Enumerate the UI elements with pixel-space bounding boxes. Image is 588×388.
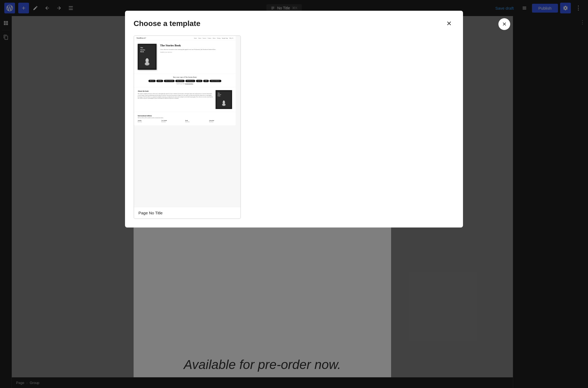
mini-book-cover-inner: TheStoriesBook [139, 45, 156, 69]
buy-btn-apple: Apple Books [175, 80, 185, 82]
mini-nav-logo: WordPress 6.7 [137, 37, 146, 39]
mini-bust-svg [144, 57, 150, 67]
modal-title: Choose a template [134, 19, 200, 28]
template-preview: WordPress 6.7 About About Careers Contac… [134, 36, 240, 207]
nav-link-about2: About [198, 38, 201, 39]
mini-hero-text: The Stories Book A fine collection of mo… [160, 44, 232, 53]
template-card[interactable]: WordPress 6.7 About About Careers Contac… [134, 35, 241, 219]
svg-rect-7 [223, 104, 225, 106]
mini-about-book-title: TheStoriesBook [218, 92, 221, 96]
mini-about-bust-svg [221, 100, 226, 107]
template-chooser-modal: Choose a template ✕ WordPress 6.7 About … [125, 11, 463, 227]
mini-hero: TheStoriesBook [134, 40, 236, 73]
mini-about-book: TheStoriesBook [216, 90, 232, 109]
mini-hero-availability: Available for pre-order now. [160, 52, 232, 53]
buy-btn-amazon: Amazon [148, 80, 156, 82]
intl-editions-link: international editions [185, 83, 193, 84]
svg-point-5 [223, 100, 225, 103]
mini-site-preview: WordPress 6.7 About About Careers Contac… [134, 36, 236, 125]
mini-hero-description: A fine collection of moments in time fea… [160, 48, 232, 50]
mini-international: International editions The Stories Book … [134, 112, 236, 125]
mini-about-heading: About the book [138, 90, 213, 92]
nav-link-why: Why Us [229, 38, 233, 39]
buy-btn-audible: Audible [156, 80, 163, 82]
mini-nav-links: About About Careers Contact Home Pricing… [194, 38, 233, 39]
mini-nav: WordPress 6.7 About About Careers Contac… [134, 36, 236, 40]
buy-btn-bam: B&M [203, 80, 209, 82]
intl-cell-new-zealand: New Zealand Book Store [161, 120, 184, 122]
mini-about: About the book This exquisite compilatio… [134, 87, 236, 112]
mini-buy-section: Buy your copy of The Stories Book Amazon… [134, 73, 236, 87]
buy-btn-simon: Simon & Schuster [210, 80, 221, 82]
mini-hero-heading: The Stories Book [160, 44, 232, 47]
intl-cell-australia: Australia Book Store [138, 120, 160, 122]
mini-book-cover-title: TheStoriesBook [140, 47, 145, 53]
nav-link-contact: Contact [208, 38, 211, 39]
intl-cell-switzerland: Switzerland Book Store [209, 120, 232, 122]
nav-link-careers: Careers [203, 38, 206, 39]
modal-outer-close-button[interactable]: ✕ [498, 18, 510, 30]
modal-close-button[interactable]: ✕ [444, 18, 454, 29]
mini-about-book-inner: TheStoriesBook [217, 91, 231, 108]
mini-buy-title: Buy your copy of The Stories Book [137, 76, 233, 78]
nav-link-sample: Sample Page [222, 38, 228, 39]
intl-cell-brazil: Brazil Book Store [185, 120, 208, 122]
mini-intl-grid: Australia Book Store New Zealand Book St… [138, 120, 232, 122]
modal-body: WordPress 6.7 About About Careers Contac… [125, 29, 463, 227]
buy-btn-bn: Barnes & Noble [164, 80, 175, 82]
svg-point-1 [146, 58, 148, 61]
modal-overlay: Choose a template ✕ WordPress 6.7 About … [0, 0, 588, 388]
modal-header: Choose a template ✕ [125, 11, 463, 29]
mini-buy-note: Outside Europe? View international editi… [137, 83, 233, 84]
buy-btn-bookshop: Bookshop.org [185, 80, 195, 82]
mini-intl-description: The Stories Book will be available from … [138, 117, 232, 118]
mini-about-text: About the book This exquisite compilatio… [138, 90, 213, 109]
template-label: Page No Title [134, 207, 240, 218]
nav-link-about1: About [194, 38, 197, 39]
mini-buy-buttons: Amazon Audible Barnes & Noble Apple Book… [137, 80, 233, 82]
nav-link-home: Home [213, 38, 216, 39]
svg-rect-3 [146, 62, 149, 65]
mini-book-cover: TheStoriesBook [138, 44, 156, 70]
mini-intl-heading: International editions [138, 115, 232, 117]
mini-about-description: This exquisite compilation showcases a d… [138, 93, 213, 99]
nav-link-pricing: Pricing [217, 38, 220, 39]
buy-btn-spotify: Spotify [196, 80, 202, 82]
